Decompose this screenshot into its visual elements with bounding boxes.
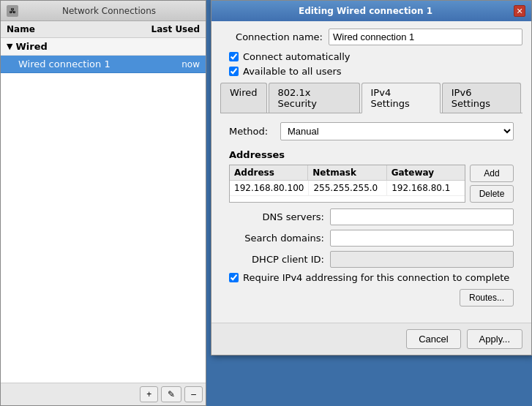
tab-wired[interactable]: Wired xyxy=(220,83,267,113)
method-label: Method: xyxy=(229,126,280,137)
search-domains-label: Search domains: xyxy=(229,233,324,244)
network-icon: 🖧 xyxy=(7,5,18,17)
network-connections-title: Network Connections xyxy=(18,6,200,16)
tab-ipv4[interactable]: IPv4 Settings xyxy=(361,83,441,113)
addr-col-header: Address xyxy=(230,165,308,180)
method-row: Method: Manual Automatic (DHCP) Link-Loc… xyxy=(229,122,514,140)
editing-dialog-title: Editing Wired connection 1 xyxy=(217,6,514,16)
available-all-row: Available to all users xyxy=(229,66,522,77)
expand-arrow-icon: ▼ xyxy=(7,42,12,51)
tab-ipv6[interactable]: IPv6 Settings xyxy=(442,83,521,113)
close-button[interactable]: ✕ xyxy=(514,5,525,17)
wired-connection-item[interactable]: Wired connection 1 now xyxy=(1,56,206,73)
connect-auto-checkbox[interactable] xyxy=(229,52,239,61)
connection-tree: ▼ Wired Wired connection 1 now xyxy=(1,38,206,383)
wired-connection-lastused: now xyxy=(141,59,200,69)
addresses-table: Address Netmask Gateway 192.168.80.100 2… xyxy=(229,165,465,203)
gateway-cell: 192.168.80.1 xyxy=(387,181,465,195)
require-ipv4-label: Require IPv4 addressing for this connect… xyxy=(243,272,509,283)
connect-auto-label: Connect automatically xyxy=(243,51,351,62)
dhcp-row: DHCP client ID: xyxy=(229,251,514,268)
connect-auto-row: Connect automatically xyxy=(229,51,522,62)
dhcp-input[interactable] xyxy=(330,251,514,268)
edit-connection-button[interactable]: ✎ xyxy=(161,386,181,402)
table-header: Name Last Used xyxy=(1,21,206,38)
search-domains-row: Search domains: xyxy=(229,230,514,247)
addresses-label: Addresses xyxy=(229,149,514,160)
net-toolbar: + ✎ – xyxy=(1,383,206,405)
network-connections-titlebar: 🖧 Network Connections xyxy=(1,1,206,21)
addr-table-header: Address Netmask Gateway xyxy=(230,165,465,181)
tab-8021x[interactable]: 802.1x Security xyxy=(269,83,360,113)
addr-buttons: Add Delete xyxy=(470,165,514,203)
connection-name-label: Connection name: xyxy=(220,31,323,42)
col-lastused-header: Last Used xyxy=(141,24,200,34)
network-connections-window: 🖧 Network Connections Name Last Used ▼ W… xyxy=(0,0,206,406)
wired-group-header[interactable]: ▼ Wired xyxy=(1,38,206,56)
col-name-header: Name xyxy=(7,24,141,34)
require-ipv4-row: Require IPv4 addressing for this connect… xyxy=(229,272,514,283)
addr-table-row[interactable]: 192.168.80.100 255.255.255.0 192.168.80.… xyxy=(230,181,465,196)
delete-address-button[interactable]: Delete xyxy=(470,185,514,203)
editing-titlebar: Editing Wired connection 1 ✕ xyxy=(211,1,531,21)
address-cell: 192.168.80.100 xyxy=(230,181,309,195)
connection-name-row: Connection name: xyxy=(220,29,522,45)
delete-connection-button[interactable]: – xyxy=(184,386,203,402)
cancel-button[interactable]: Cancel xyxy=(406,329,460,349)
apply-button[interactable]: Apply... xyxy=(467,329,522,349)
dns-input[interactable] xyxy=(330,208,514,225)
editing-content: Connection name: Connect automatically A… xyxy=(211,21,531,323)
editing-dialog: Editing Wired connection 1 ✕ Connection … xyxy=(211,0,532,356)
dns-row: DNS servers: xyxy=(229,208,514,225)
add-address-button[interactable]: Add xyxy=(470,165,514,182)
method-select[interactable]: Manual Automatic (DHCP) Link-Local Only … xyxy=(280,122,514,140)
wired-connection-name: Wired connection 1 xyxy=(18,59,141,69)
search-domains-input[interactable] xyxy=(330,230,514,247)
available-all-checkbox[interactable] xyxy=(229,67,239,76)
netmask-cell: 255.255.255.0 xyxy=(309,181,387,195)
addresses-table-container: Address Netmask Gateway 192.168.80.100 2… xyxy=(229,165,514,203)
connection-name-input[interactable] xyxy=(329,29,522,45)
add-connection-button[interactable]: + xyxy=(140,386,158,402)
routes-button[interactable]: Routes... xyxy=(460,289,514,307)
netmask-col-header: Netmask xyxy=(308,165,386,180)
wired-group-label: Wired xyxy=(15,41,47,52)
dialog-buttons: Cancel Apply... xyxy=(211,323,531,355)
dhcp-label: DHCP client ID: xyxy=(229,254,324,265)
require-ipv4-checkbox[interactable] xyxy=(229,273,239,282)
gateway-col-header: Gateway xyxy=(387,165,465,180)
tabs-container: Wired 802.1x Security IPv4 Settings IPv6… xyxy=(220,83,522,113)
ipv4-tab-content: Method: Manual Automatic (DHCP) Link-Loc… xyxy=(220,113,522,315)
available-all-label: Available to all users xyxy=(243,66,342,77)
dns-label: DNS servers: xyxy=(229,211,324,222)
